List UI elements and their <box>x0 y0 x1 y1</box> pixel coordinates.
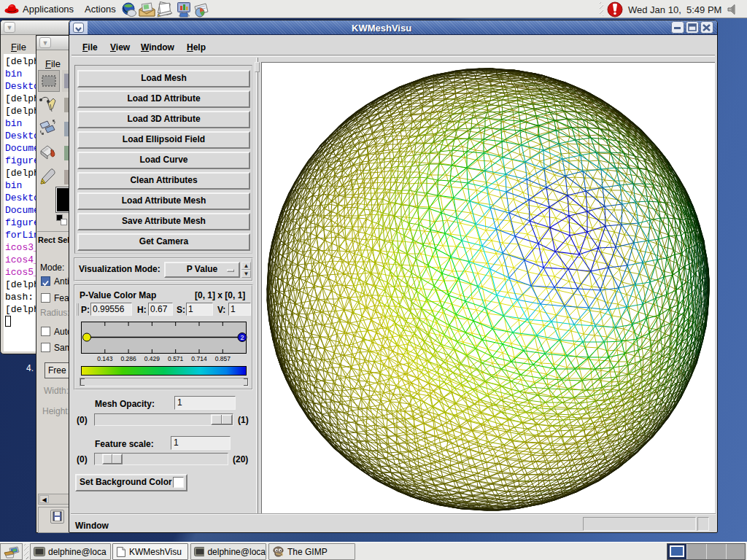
svg-text:0.143: 0.143 <box>97 355 113 362</box>
svg-text:2: 2 <box>240 334 244 341</box>
svg-text:0.714: 0.714 <box>191 355 207 362</box>
svg-text:0.857: 0.857 <box>215 355 231 362</box>
svg-text:0.571: 0.571 <box>168 355 184 362</box>
svg-text:0.286: 0.286 <box>120 355 136 362</box>
svg-text:0.429: 0.429 <box>144 355 160 362</box>
